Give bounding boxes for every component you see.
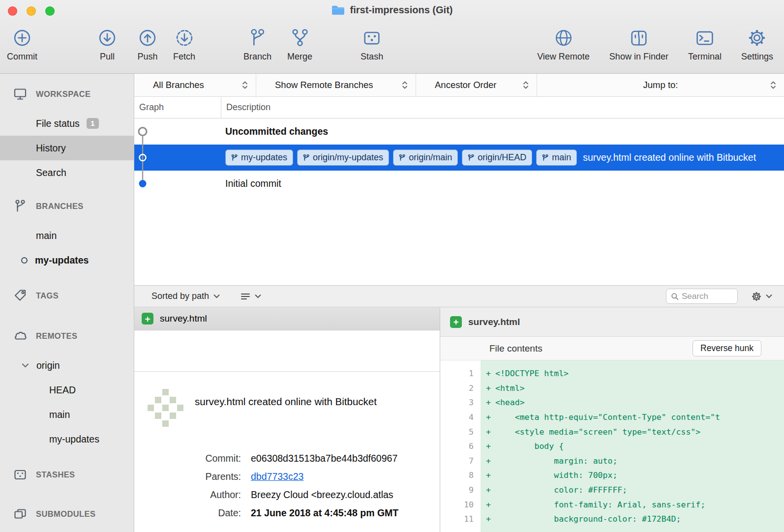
- diff-code-text: <!DOCTYPE html>: [495, 369, 569, 378]
- branch-badge[interactable]: main: [536, 149, 577, 166]
- branch-badge[interactable]: origin/my-updates: [297, 149, 389, 166]
- view-options-dropdown[interactable]: [241, 293, 261, 300]
- diff-line: 9 + color: #FFFFFF;: [440, 483, 784, 498]
- sidebar-section-branches[interactable]: BRANCHES: [0, 198, 134, 214]
- sidebar-item-origin-my-updates[interactable]: my-updates: [0, 427, 134, 451]
- sidebar-item-file-status[interactable]: File status 1: [0, 111, 134, 136]
- toolbar-settings-button[interactable]: Settings: [741, 26, 773, 62]
- diff-pane: + survey.html File contents Reverse hunk…: [440, 307, 784, 532]
- commit-hash-label: Commit:: [148, 453, 241, 464]
- commit-row-uncommitted[interactable]: Uncommitted changes: [134, 118, 784, 145]
- diff-code-text: color: #FFFFFF;: [495, 485, 627, 495]
- toolbar-fetch-button[interactable]: Fetch: [173, 26, 195, 62]
- toolbar-label: Pull: [100, 52, 115, 62]
- diff-code-text: body {: [495, 442, 564, 451]
- commit-row-selected[interactable]: my-updates origin/my-updates: [134, 145, 784, 171]
- diff-line-number: 3: [440, 398, 481, 407]
- branches-icon: [12, 199, 28, 213]
- branch-scope-dropdown[interactable]: All Branches: [134, 74, 256, 96]
- item-label: main: [49, 409, 70, 420]
- toolbar-commit-button[interactable]: Commit: [7, 26, 37, 62]
- diff-code-text: <style media="screen" type="text/css">: [495, 427, 700, 437]
- sort-by-dropdown[interactable]: Sorted by path: [151, 291, 220, 301]
- toolbar-pull-button[interactable]: Pull: [96, 26, 118, 62]
- sidebar-item-branch-my-updates[interactable]: my-updates: [0, 248, 134, 272]
- branch-badge[interactable]: origin/main: [393, 149, 458, 166]
- toolbar-show-in-finder-button[interactable]: Show in Finder: [609, 26, 668, 62]
- hunk-title: File contents: [489, 343, 543, 354]
- history-rows: Uncommitted changes my-updates: [134, 118, 784, 197]
- column-header-description[interactable]: Description: [221, 102, 271, 113]
- sidebar-item-history[interactable]: History: [0, 136, 134, 160]
- search-input[interactable]: [682, 292, 731, 301]
- submodules-icon: [12, 506, 28, 521]
- sidebar-section-remotes[interactable]: REMOTES: [0, 327, 134, 344]
- bitbucket-avatar: [148, 389, 184, 431]
- sidebar-section-tags[interactable]: TAGS: [0, 287, 134, 304]
- sidebar-item-origin-main[interactable]: main: [0, 402, 134, 427]
- branch-icon: [247, 26, 269, 50]
- toolbar-label: Commit: [7, 52, 37, 62]
- diff-line-number: 2: [440, 384, 481, 393]
- sort-order-dropdown[interactable]: Ancestor Order: [416, 74, 537, 96]
- sidebar-item-search[interactable]: Search: [0, 160, 134, 185]
- toolbar-label: Fetch: [173, 52, 195, 62]
- item-label: History: [36, 143, 66, 154]
- parent-commit-link[interactable]: dbd7733c23: [251, 471, 303, 482]
- sidebar-item-origin-head[interactable]: HEAD: [0, 378, 134, 402]
- diff-line-number: 5: [440, 427, 481, 437]
- sourcetree-window: first-impressions (Git) Commit Pull: [0, 0, 784, 532]
- jump-to-dropdown[interactable]: Jump to:: [537, 74, 784, 96]
- file-actions-dropdown[interactable]: [751, 291, 772, 302]
- sidebar-section-workspace[interactable]: WORKSPACE: [0, 86, 134, 102]
- sidebar-item-branch-main[interactable]: main: [0, 223, 134, 248]
- toolbar-terminal-button[interactable]: Terminal: [688, 26, 722, 62]
- dropdown-value: All Branches: [153, 80, 204, 90]
- remote-branches-dropdown[interactable]: Show Remote Branches: [256, 74, 416, 96]
- added-file-icon: +: [142, 313, 153, 325]
- file-list-pane: + survey.html: [134, 307, 440, 532]
- column-header-graph[interactable]: Graph: [134, 97, 221, 118]
- changed-file-row[interactable]: + survey.html: [134, 307, 440, 330]
- added-file-icon: +: [450, 316, 462, 328]
- toolbar-merge-button[interactable]: Merge: [287, 26, 312, 62]
- sidebar-section-stashes[interactable]: STASHES: [0, 466, 134, 483]
- tags-icon: [12, 288, 28, 303]
- diff-added-sign: +: [481, 456, 495, 466]
- terminal-icon: [694, 26, 716, 50]
- file-search-box[interactable]: [666, 289, 738, 304]
- toolbar-label: Branch: [243, 52, 271, 62]
- diff-line-number: 6: [440, 442, 481, 451]
- chevron-down-icon: [255, 294, 261, 298]
- toolbar-stash-button[interactable]: Stash: [361, 26, 383, 62]
- branch-badge[interactable]: my-updates: [225, 149, 293, 166]
- reverse-hunk-button[interactable]: Reverse hunk: [693, 340, 761, 356]
- diff-added-sign: +: [481, 398, 495, 407]
- branch-badge[interactable]: origin/HEAD: [462, 149, 532, 166]
- toolbar-push-button[interactable]: Push: [137, 26, 158, 62]
- diff-file-header[interactable]: + survey.html: [440, 307, 784, 337]
- diff-code-text: <meta http-equiv="Content-Type" content=…: [495, 413, 720, 422]
- chevron-down-icon[interactable]: [22, 363, 29, 368]
- toolbar-branch-button[interactable]: Branch: [243, 26, 271, 62]
- pull-icon: [96, 26, 118, 50]
- file-status-count-badge: 1: [87, 118, 99, 129]
- diff-added-sign: +: [481, 485, 495, 495]
- hunk-header: File contents Reverse hunk: [440, 337, 784, 360]
- branch-icon: [542, 154, 548, 162]
- section-label: BRANCHES: [36, 202, 84, 211]
- item-label: File status: [36, 118, 80, 129]
- main-content: All Branches Show Remote Branches Ancest…: [134, 74, 784, 532]
- search-icon: [671, 293, 679, 300]
- sidebar-item-remote-origin[interactable]: origin: [0, 353, 134, 378]
- toolbar-label: Stash: [361, 52, 383, 62]
- changed-file-name: survey.html: [160, 313, 207, 324]
- commit-description: Initial commit: [134, 178, 281, 189]
- diff-code-text: width: 700px;: [495, 471, 617, 480]
- commit-row-initial[interactable]: Initial commit: [134, 171, 784, 197]
- diff-line: 7 + margin: auto;: [440, 454, 784, 469]
- toolbar-view-remote-button[interactable]: View Remote: [537, 26, 590, 62]
- branch-icon: [399, 154, 405, 162]
- sidebar-section-submodules[interactable]: SUBMODULES: [0, 505, 134, 522]
- chevron-down-icon: [766, 294, 772, 298]
